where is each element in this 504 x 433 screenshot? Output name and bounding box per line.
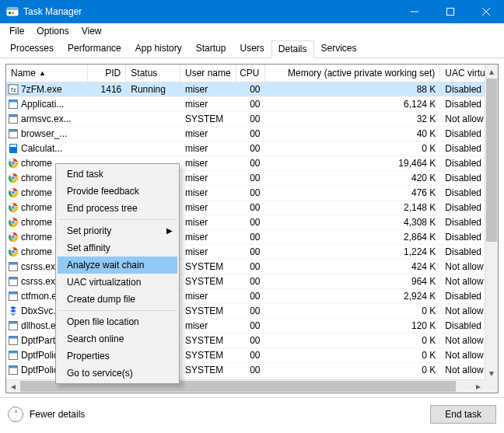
- cell-cpu: 00: [236, 246, 265, 257]
- cell-name: Calculat...: [6, 143, 87, 154]
- col-memory[interactable]: Memory (active private working set): [265, 65, 441, 82]
- col-pid[interactable]: PID: [88, 65, 127, 82]
- maximize-button[interactable]: [432, 0, 468, 23]
- svg-rect-1: [7, 8, 18, 10]
- context-menu-item[interactable]: Open file location: [58, 313, 177, 330]
- table-row[interactable]: 7z7zFM.exe1416Runningmiser0088 KDisabled: [6, 82, 498, 97]
- cell-cpu: 00: [236, 84, 265, 95]
- end-task-button[interactable]: End task: [430, 405, 496, 424]
- cell-cpu: 00: [236, 365, 265, 375]
- cell-user: miser: [180, 99, 236, 110]
- process-icon: [8, 261, 19, 272]
- context-menu-item[interactable]: Properties: [58, 347, 177, 365]
- table-row[interactable]: Calculat...miser000 KDisabled: [6, 141, 498, 156]
- cell-memory: 120 K: [264, 320, 440, 331]
- col-user[interactable]: User name: [180, 65, 236, 82]
- context-menu-item[interactable]: End task: [58, 166, 177, 183]
- cell-user: miser: [180, 143, 236, 154]
- scroll-left-icon[interactable]: ◂: [6, 380, 19, 393]
- menu-view[interactable]: View: [75, 24, 108, 38]
- tab-app-history[interactable]: App history: [128, 40, 189, 58]
- cell-memory: 964 K: [264, 276, 440, 287]
- context-menu-item[interactable]: Set affinity: [58, 239, 177, 257]
- cell-user: miser: [180, 173, 236, 183]
- col-status[interactable]: Status: [126, 65, 180, 82]
- cell-user: miser: [180, 187, 236, 198]
- scroll-thumb[interactable]: [486, 79, 497, 242]
- table-row[interactable]: armsvc.ex...SYSTEM0032 KNot allowed: [6, 112, 498, 127]
- context-menu-item[interactable]: Search online: [58, 330, 177, 347]
- svg-point-38: [12, 250, 16, 254]
- tab-performance[interactable]: Performance: [61, 40, 128, 58]
- tab-startup[interactable]: Startup: [189, 40, 233, 58]
- svg-rect-50: [9, 351, 18, 354]
- cell-cpu: 00: [236, 217, 265, 228]
- menu-file[interactable]: File: [3, 24, 30, 38]
- cell-memory: 32 K: [264, 113, 440, 124]
- cell-cpu: 00: [236, 143, 265, 154]
- minimize-button[interactable]: [397, 0, 432, 23]
- cell-memory: 0 K: [264, 335, 440, 346]
- context-menu-item[interactable]: Create dump file: [58, 291, 177, 308]
- cell-cpu: 00: [236, 232, 265, 243]
- cell-memory: 0 K: [264, 143, 440, 154]
- cell-memory: 19,464 K: [264, 158, 440, 169]
- cell-cpu: 00: [236, 158, 265, 169]
- process-icon: [8, 291, 19, 302]
- tab-services[interactable]: Services: [314, 40, 364, 58]
- cell-cpu: 00: [236, 306, 265, 316]
- context-menu-item[interactable]: UAC virtualization: [58, 274, 177, 291]
- tab-processes[interactable]: Processes: [3, 40, 61, 58]
- svg-rect-46: [9, 322, 18, 324]
- process-icon: [8, 335, 19, 346]
- scroll-down-icon[interactable]: ▾: [485, 366, 498, 379]
- cell-cpu: 00: [236, 276, 265, 287]
- cell-user: SYSTEM: [180, 113, 236, 124]
- svg-text:7z: 7z: [10, 87, 16, 93]
- table-row[interactable]: Applicati...miser006,124 KDisabled: [6, 97, 498, 112]
- tab-users[interactable]: Users: [233, 40, 271, 58]
- cell-memory: 4,308 K: [264, 217, 440, 228]
- svg-rect-11: [9, 100, 18, 103]
- table-row[interactable]: browser_...miser0040 KDisabled: [6, 127, 498, 141]
- svg-rect-42: [9, 278, 18, 280]
- svg-point-32: [12, 221, 16, 225]
- context-menu-separator: [59, 219, 176, 220]
- context-menu-separator: [59, 310, 176, 311]
- process-icon: [8, 113, 19, 124]
- cell-cpu: 00: [236, 291, 265, 302]
- process-icon: [8, 187, 19, 198]
- process-icon: [8, 306, 19, 316]
- process-icon: [8, 202, 19, 213]
- cell-name: armsvc.ex...: [6, 113, 87, 124]
- context-menu-item[interactable]: Set priority▶: [58, 222, 177, 239]
- tab-details[interactable]: Details: [271, 40, 314, 58]
- context-menu-item[interactable]: Provide feedback: [58, 183, 177, 200]
- sort-asc-icon: ▲: [39, 69, 46, 77]
- svg-rect-13: [9, 115, 18, 117]
- context-menu-item[interactable]: Go to service(s): [58, 365, 177, 382]
- col-name[interactable]: Name▲: [6, 65, 88, 82]
- context-menu: End taskProvide feedbackEnd process tree…: [55, 163, 180, 384]
- svg-point-26: [12, 191, 16, 195]
- col-cpu[interactable]: CPU: [236, 65, 265, 82]
- scroll-up-icon[interactable]: ▴: [485, 65, 498, 78]
- svg-rect-2: [9, 12, 11, 14]
- cell-pid: 1416: [87, 84, 126, 95]
- process-icon: [8, 350, 19, 361]
- cell-status: Running: [126, 84, 180, 95]
- svg-rect-17: [10, 145, 16, 147]
- context-menu-item[interactable]: End process tree: [58, 200, 177, 217]
- menu-options[interactable]: Options: [30, 24, 75, 38]
- app-icon: [6, 5, 19, 18]
- fewer-details-button[interactable]: ˄ Fewer details: [8, 407, 85, 422]
- cell-cpu: 00: [236, 350, 265, 361]
- scroll-corner: [485, 379, 498, 393]
- close-button[interactable]: [468, 0, 504, 23]
- cell-user: miser: [180, 217, 236, 228]
- title-bar[interactable]: Task Manager: [0, 0, 504, 23]
- context-menu-item[interactable]: Analyze wait chain: [58, 257, 177, 274]
- cell-memory: 2,864 K: [264, 232, 440, 243]
- scroll-right-icon[interactable]: ▸: [471, 380, 485, 393]
- vertical-scrollbar[interactable]: ▴ ▾: [485, 65, 498, 379]
